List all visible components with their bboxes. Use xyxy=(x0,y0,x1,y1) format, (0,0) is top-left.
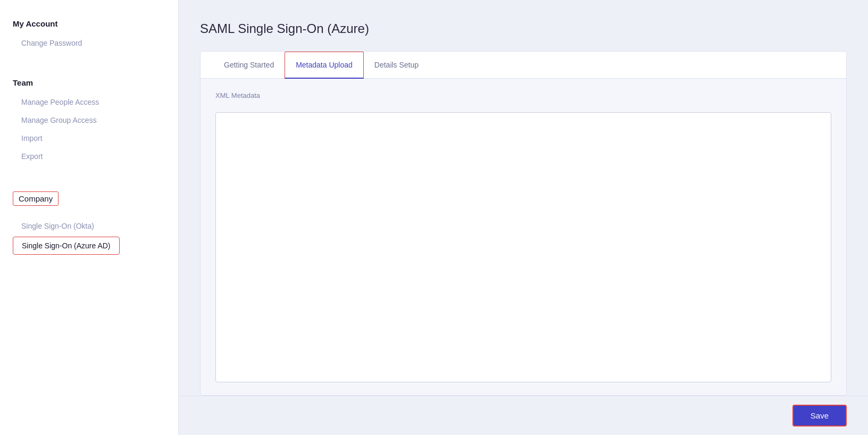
page-title: SAML Single Sign-On (Azure) xyxy=(200,21,847,36)
sidebar-company-group: Company Single Sign-On (Okta) Single Sig… xyxy=(13,191,165,256)
tab-metadata-upload[interactable]: Metadata Upload xyxy=(285,52,364,79)
sidebar-section-my-account: My Account xyxy=(13,19,165,28)
sidebar-item-import[interactable]: Import xyxy=(13,130,165,147)
card-body: XML Metadata xyxy=(201,79,846,395)
sidebar-my-account-group: My Account Change Password xyxy=(13,19,165,53)
sidebar-section-team: Team xyxy=(13,78,165,87)
xml-metadata-label: XML Metadata xyxy=(215,91,831,99)
sidebar-item-change-password[interactable]: Change Password xyxy=(13,35,165,52)
tab-details-setup[interactable]: Details Setup xyxy=(364,52,429,79)
save-button[interactable]: Save xyxy=(792,405,847,426)
sidebar-item-manage-group-access[interactable]: Manage Group Access xyxy=(13,112,165,129)
sidebar-section-company: Company xyxy=(13,191,59,206)
sidebar-item-export[interactable]: Export xyxy=(13,148,165,165)
main-content-area: SAML Single Sign-On (Azure) Getting Star… xyxy=(179,0,868,435)
sidebar-item-sso-azure[interactable]: Single Sign-On (Azure AD) xyxy=(13,237,120,255)
saml-card: Getting Started Metadata Upload Details … xyxy=(200,51,847,396)
sidebar: My Account Change Password Team Manage P… xyxy=(0,0,179,435)
sidebar-item-manage-people-access[interactable]: Manage People Access xyxy=(13,94,165,111)
sidebar-team-group: Team Manage People Access Manage Group A… xyxy=(13,78,165,166)
tab-bar: Getting Started Metadata Upload Details … xyxy=(201,52,846,79)
sidebar-item-sso-okta[interactable]: Single Sign-On (Okta) xyxy=(13,218,165,235)
footer: Save xyxy=(179,396,868,435)
main-panel: SAML Single Sign-On (Azure) Getting Star… xyxy=(179,0,868,396)
xml-metadata-input[interactable] xyxy=(215,112,831,382)
tab-getting-started[interactable]: Getting Started xyxy=(213,52,285,79)
